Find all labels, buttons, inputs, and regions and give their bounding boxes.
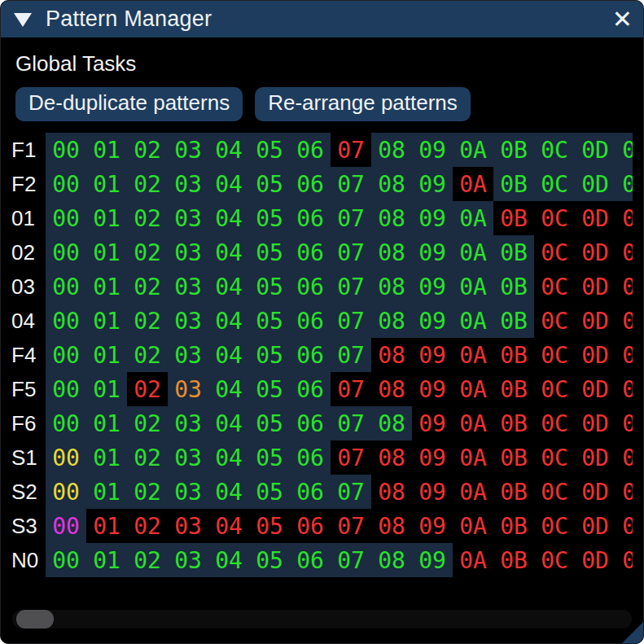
pattern-cell[interactable]: 02 [127, 269, 168, 304]
pattern-cell[interactable]: 0E [616, 133, 633, 167]
pattern-cell[interactable]: 06 [290, 440, 331, 475]
pattern-cell[interactable]: 06 [290, 543, 331, 577]
pattern-cell[interactable]: 05 [249, 235, 290, 269]
pattern-cell[interactable]: 09 [412, 269, 453, 304]
pattern-cell[interactable]: 02 [127, 475, 168, 509]
pattern-cell[interactable]: 06 [290, 167, 331, 201]
pattern-cell[interactable]: 00 [46, 235, 86, 269]
pattern-cell[interactable]: 03 [168, 475, 208, 509]
pattern-cell[interactable]: 00 [46, 372, 86, 406]
pattern-cell[interactable]: 00 [46, 304, 86, 338]
pattern-cell[interactable]: 01 [86, 133, 127, 167]
pattern-cell[interactable]: 05 [249, 509, 290, 543]
pattern-cell[interactable]: 07 [331, 338, 371, 372]
pattern-cell[interactable]: 03 [168, 201, 208, 235]
pattern-cell[interactable]: 0D [575, 167, 616, 201]
pattern-cell[interactable]: 05 [249, 167, 290, 201]
pattern-cell[interactable]: 0D [575, 304, 616, 338]
pattern-cell[interactable]: 0A [453, 509, 493, 543]
pattern-cell[interactable]: 0E [616, 543, 633, 577]
pattern-cell[interactable]: 00 [46, 269, 86, 304]
pattern-cell[interactable]: 0B [493, 475, 534, 509]
pattern-cell[interactable]: 06 [290, 269, 331, 304]
pattern-cell[interactable]: 05 [249, 543, 290, 577]
pattern-cell[interactable]: 09 [412, 475, 453, 509]
pattern-cell[interactable]: 09 [412, 167, 453, 201]
pattern-cell[interactable]: 08 [371, 406, 412, 440]
pattern-cell[interactable]: 03 [168, 235, 208, 269]
pattern-cell[interactable]: 05 [249, 304, 290, 338]
pattern-cell[interactable]: 00 [46, 167, 86, 201]
pattern-cell[interactable]: 0C [534, 475, 575, 509]
pattern-cell[interactable]: 07 [331, 201, 371, 235]
pattern-cell[interactable]: 0B [493, 406, 534, 440]
pattern-cell[interactable]: 03 [168, 440, 208, 475]
pattern-cell[interactable]: 00 [46, 133, 86, 167]
pattern-cell[interactable]: 08 [371, 167, 412, 201]
pattern-cell[interactable]: 05 [249, 338, 290, 372]
pattern-cell[interactable]: 04 [208, 304, 249, 338]
pattern-cell[interactable]: 0C [534, 440, 575, 475]
pattern-cell[interactable]: 0D [575, 201, 616, 235]
pattern-cell[interactable]: 0D [575, 338, 616, 372]
pattern-cell[interactable]: 06 [290, 304, 331, 338]
pattern-cell[interactable]: 0D [575, 235, 616, 269]
pattern-cell[interactable]: 00 [46, 201, 86, 235]
pattern-cell[interactable]: 03 [168, 167, 208, 201]
pattern-cell[interactable]: 0A [453, 269, 493, 304]
pattern-cell[interactable]: 06 [290, 338, 331, 372]
pattern-cell[interactable]: 00 [46, 406, 86, 440]
pattern-cell[interactable]: 07 [331, 235, 371, 269]
pattern-cell[interactable]: 0C [534, 235, 575, 269]
pattern-cell[interactable]: 04 [208, 509, 249, 543]
pattern-cell[interactable]: 0E [616, 338, 633, 372]
pattern-cell[interactable]: 0E [616, 509, 633, 543]
pattern-cell[interactable]: 0B [493, 269, 534, 304]
pattern-cell[interactable]: 04 [208, 201, 249, 235]
collapse-triangle-icon[interactable] [14, 13, 32, 27]
pattern-cell[interactable]: 02 [127, 133, 168, 167]
pattern-cell[interactable]: 0C [534, 543, 575, 577]
pattern-cell[interactable]: 0C [534, 167, 575, 201]
pattern-cell[interactable]: 0D [575, 269, 616, 304]
pattern-cell[interactable]: 07 [331, 475, 371, 509]
pattern-cell[interactable]: 01 [86, 440, 127, 475]
pattern-cell[interactable]: 0D [575, 372, 616, 406]
pattern-cell[interactable]: 04 [208, 235, 249, 269]
pattern-cell[interactable]: 04 [208, 475, 249, 509]
pattern-cell[interactable]: 0A [453, 235, 493, 269]
pattern-cell[interactable]: 07 [331, 167, 371, 201]
pattern-cell[interactable]: 0A [453, 475, 493, 509]
pattern-cell[interactable]: 0B [493, 235, 534, 269]
pattern-cell[interactable]: 0B [493, 167, 534, 201]
pattern-cell[interactable]: 0E [616, 167, 633, 201]
pattern-cell[interactable]: 08 [371, 304, 412, 338]
pattern-cell[interactable]: 01 [86, 475, 127, 509]
pattern-cell[interactable]: 08 [371, 475, 412, 509]
pattern-cell[interactable]: 06 [290, 509, 331, 543]
pattern-cell[interactable]: 02 [127, 167, 168, 201]
pattern-cell[interactable]: 06 [290, 201, 331, 235]
pattern-cell[interactable]: 0C [534, 269, 575, 304]
pattern-cell[interactable]: 09 [412, 304, 453, 338]
pattern-cell[interactable]: 0E [616, 440, 633, 475]
pattern-cell[interactable]: 08 [371, 133, 412, 167]
pattern-cell[interactable]: 0A [453, 372, 493, 406]
pattern-cell[interactable]: 09 [412, 543, 453, 577]
pattern-cell[interactable]: 02 [127, 201, 168, 235]
pattern-cell[interactable]: 09 [412, 372, 453, 406]
pattern-cell[interactable]: 0D [575, 440, 616, 475]
pattern-cell[interactable]: 02 [127, 304, 168, 338]
pattern-cell[interactable]: 08 [371, 440, 412, 475]
pattern-cell[interactable]: 0A [453, 133, 493, 167]
pattern-cell[interactable]: 0B [493, 509, 534, 543]
pattern-cell[interactable]: 0C [534, 201, 575, 235]
pattern-cell[interactable]: 05 [249, 133, 290, 167]
pattern-cell[interactable]: 07 [331, 372, 371, 406]
pattern-cell[interactable]: 01 [86, 543, 127, 577]
pattern-cell[interactable]: 02 [127, 509, 168, 543]
pattern-cell[interactable]: 03 [168, 372, 208, 406]
pattern-cell[interactable]: 01 [86, 201, 127, 235]
pattern-cell[interactable]: 03 [168, 406, 208, 440]
pattern-cell[interactable]: 0E [616, 235, 633, 269]
